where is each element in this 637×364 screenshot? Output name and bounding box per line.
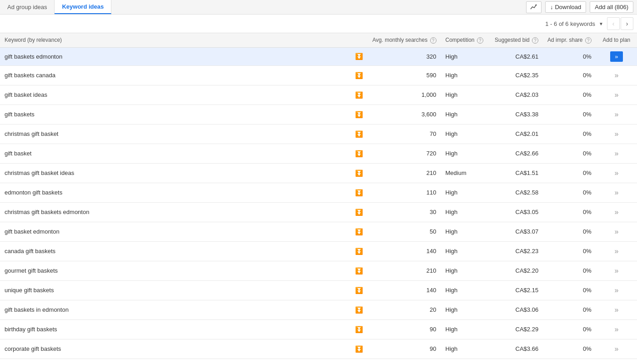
cell-adimpr: 0% xyxy=(543,85,596,105)
prev-page-button[interactable]: ‹ xyxy=(607,17,620,30)
trend-icon[interactable]: ⏬ xyxy=(355,53,363,60)
cell-keyword: gift basket ideas xyxy=(0,85,351,105)
trend-icon[interactable]: ⏬ xyxy=(355,209,363,216)
cell-trend: ⏬ xyxy=(351,300,368,319)
col-header-adimpr: Ad impr. share ? xyxy=(543,33,596,47)
add-all-button[interactable]: Add all (806) xyxy=(590,1,633,13)
add-to-plan-button[interactable]: » xyxy=(612,226,621,238)
cell-competition: High xyxy=(441,105,490,124)
cell-competition: High xyxy=(441,47,490,65)
add-to-plan-button[interactable]: » xyxy=(612,70,621,81)
adimpr-help-icon[interactable]: ? xyxy=(585,37,592,44)
cell-adimpr: 0% xyxy=(543,124,596,144)
cell-competition: High xyxy=(441,280,490,300)
add-to-plan-button[interactable]: » xyxy=(612,167,621,179)
table-row: edmonton gift baskets ⏬ 110 High CA$2.58… xyxy=(0,183,637,202)
cell-bid: CA$2.20 xyxy=(489,261,543,280)
cell-keyword: edmonton gift baskets xyxy=(0,183,351,202)
cell-competition: High xyxy=(441,65,490,85)
cell-searches: 140 xyxy=(368,241,441,261)
trend-icon[interactable]: ⏬ xyxy=(355,267,363,274)
next-page-button[interactable]: › xyxy=(621,17,633,30)
trend-icon[interactable]: ⏬ xyxy=(355,111,363,118)
cell-addplan: » xyxy=(596,183,637,202)
trend-icon[interactable]: ⏬ xyxy=(355,170,363,177)
table-row: gift baskets canada ⏬ 590 High CA$2.35 0… xyxy=(0,65,637,85)
cell-trend: ⏬ xyxy=(351,47,368,65)
cell-addplan: » xyxy=(596,339,637,359)
table-row: gift baskets edmonton ⏬ 320 High CA$2.61… xyxy=(0,47,637,65)
cell-addplan: » xyxy=(596,241,637,261)
trend-icon[interactable]: ⏬ xyxy=(355,248,363,255)
cell-competition: High xyxy=(441,85,490,105)
add-to-plan-button[interactable]: » xyxy=(612,89,621,101)
cell-addplan: » xyxy=(596,105,637,124)
cell-competition: High xyxy=(441,241,490,261)
table-row: gourmet gift baskets ⏬ 210 High CA$2.20 … xyxy=(0,261,637,280)
cell-searches: 590 xyxy=(368,65,441,85)
add-to-plan-button[interactable]: » xyxy=(612,187,621,199)
add-to-plan-button[interactable]: » xyxy=(612,284,621,296)
trend-icon[interactable]: ⏬ xyxy=(355,91,363,99)
add-to-plan-button[interactable]: » xyxy=(612,324,621,335)
cell-addplan: » xyxy=(596,124,637,144)
add-to-plan-button[interactable]: » xyxy=(612,128,621,140)
add-to-plan-button[interactable]: » xyxy=(612,245,621,257)
trend-icon[interactable]: ⏬ xyxy=(355,345,363,353)
add-to-plan-button[interactable]: » xyxy=(612,206,621,218)
add-to-plan-blue-button[interactable]: » xyxy=(610,51,622,62)
cell-bid: CA$2.66 xyxy=(489,144,543,163)
cell-searches: 210 xyxy=(368,261,441,280)
cell-trend: ⏬ xyxy=(351,183,368,202)
trend-icon[interactable]: ⏬ xyxy=(355,306,363,314)
cell-searches: 1,000 xyxy=(368,85,441,105)
col-header-searches: Avg. monthly searches ? xyxy=(368,33,441,47)
cell-keyword: gift basket edmonton xyxy=(0,222,351,241)
cell-addplan: » xyxy=(596,202,637,222)
trend-icon[interactable]: ⏬ xyxy=(355,228,363,235)
cell-searches: 90 xyxy=(368,339,441,359)
competition-help-icon[interactable]: ? xyxy=(477,37,483,44)
cell-trend: ⏬ xyxy=(351,261,368,280)
cell-adimpr: 0% xyxy=(543,222,596,241)
cell-keyword: christmas gift basket xyxy=(0,124,351,144)
trend-icon[interactable]: ⏬ xyxy=(355,72,363,79)
cell-adimpr: 0% xyxy=(543,183,596,202)
add-to-plan-button[interactable]: » xyxy=(612,343,621,355)
add-to-plan-button[interactable]: » xyxy=(612,304,621,316)
cell-competition: High xyxy=(441,144,490,163)
bid-help-icon[interactable]: ? xyxy=(532,37,538,44)
tab-ad-group-ideas[interactable]: Ad group ideas xyxy=(0,0,55,14)
table-row: christmas gift baskets edmonton ⏬ 30 Hig… xyxy=(0,202,637,222)
cell-adimpr: 0% xyxy=(543,300,596,319)
trend-icon[interactable]: ⏬ xyxy=(355,287,363,294)
chart-button[interactable] xyxy=(526,1,542,13)
trend-icon[interactable]: ⏬ xyxy=(355,326,363,333)
table-row: gift basket ⏬ 720 High CA$2.66 0% » xyxy=(0,144,637,163)
add-to-plan-button[interactable]: » xyxy=(612,109,621,120)
pagination-dropdown-icon[interactable]: ▼ xyxy=(599,21,603,26)
cell-adimpr: 0% xyxy=(543,47,596,65)
cell-adimpr: 0% xyxy=(543,105,596,124)
tab-keyword-ideas[interactable]: Keyword ideas xyxy=(55,0,111,14)
cell-trend: ⏬ xyxy=(351,85,368,105)
table-row: birthday gift baskets ⏬ 90 High CA$2.29 … xyxy=(0,319,637,339)
add-to-plan-button[interactable]: » xyxy=(612,265,621,277)
download-button[interactable]: ↓ Download xyxy=(545,1,586,13)
add-to-plan-button[interactable]: » xyxy=(612,148,621,160)
searches-help-icon[interactable]: ? xyxy=(430,37,436,44)
cell-addplan: » xyxy=(596,65,637,85)
cell-keyword: gift baskets canada xyxy=(0,65,351,85)
cell-searches: 20 xyxy=(368,300,441,319)
col-header-competition: Competition ? xyxy=(441,33,490,47)
trend-icon[interactable]: ⏬ xyxy=(355,150,363,157)
cell-bid: CA$3.06 xyxy=(489,300,543,319)
cell-competition: High xyxy=(441,319,490,339)
trend-icon[interactable]: ⏬ xyxy=(355,189,363,196)
trend-icon[interactable]: ⏬ xyxy=(355,130,363,138)
cell-addplan: » xyxy=(596,222,637,241)
cell-bid: CA$2.58 xyxy=(489,183,543,202)
cell-keyword: gift baskets in edmonton xyxy=(0,300,351,319)
table-row: canada gift baskets ⏬ 140 High CA$2.23 0… xyxy=(0,241,637,261)
cell-bid: CA$2.03 xyxy=(489,85,543,105)
